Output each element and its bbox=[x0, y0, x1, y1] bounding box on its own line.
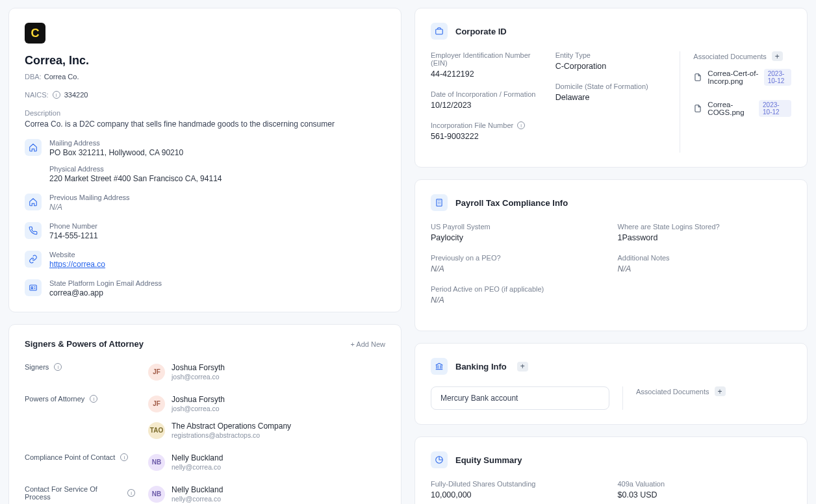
shares-label: Fully-Diluted Shares Outstanding bbox=[431, 480, 605, 488]
ein-label: Employer Identification Number (EIN) bbox=[431, 51, 542, 67]
link-icon bbox=[25, 251, 42, 268]
peo-period-label: Period Active on PEO (if applicable) bbox=[431, 285, 605, 293]
banking-title: Banking Info bbox=[455, 362, 507, 372]
physical-label: Physical Address bbox=[49, 165, 385, 173]
person-name: Nelly Buckland bbox=[172, 485, 223, 494]
dba-value: Correa Co. bbox=[44, 73, 79, 81]
add-bank-button[interactable]: + bbox=[517, 362, 528, 372]
naics-value: 334220 bbox=[64, 91, 88, 99]
phone-icon bbox=[25, 222, 42, 239]
doc-name: Correa-Cert-of-Incorp.png bbox=[708, 69, 758, 85]
domicile-value: Delaware bbox=[555, 93, 667, 102]
dba-label: DBA: bbox=[25, 73, 42, 81]
info-icon[interactable]: i bbox=[127, 489, 135, 497]
company-name: Correa, Inc. bbox=[25, 54, 385, 68]
add-new-button[interactable]: + Add New bbox=[350, 340, 385, 348]
person-item[interactable]: JFJoshua Forsythjosh@correa.co bbox=[148, 363, 385, 381]
peo-value: N/A bbox=[431, 264, 605, 273]
home-icon bbox=[25, 194, 42, 210]
ein-value: 44-4212192 bbox=[431, 69, 542, 79]
info-icon[interactable]: i bbox=[53, 91, 60, 99]
person-email: nelly@correa.co bbox=[172, 463, 223, 471]
phone-value: 714-555-1211 bbox=[49, 231, 385, 240]
avatar: NB bbox=[148, 486, 165, 503]
signers-card: Signers & Powers of Attorney + Add New S… bbox=[8, 324, 402, 504]
naics-label: NAICS: bbox=[25, 91, 49, 99]
incorp-date-value: 10/12/2023 bbox=[431, 101, 542, 110]
payroll-title: Payroll Tax Compliance Info bbox=[455, 198, 568, 208]
home-icon bbox=[25, 139, 42, 156]
person-email: nelly@correa.co bbox=[172, 495, 223, 503]
avatar: JF bbox=[148, 364, 165, 381]
bank-assoc-label: Associated Documents bbox=[636, 388, 709, 396]
bank-account-item[interactable]: Mercury Bank account bbox=[431, 386, 609, 410]
svg-rect-3 bbox=[437, 199, 442, 207]
banking-card: Banking Info + Mercury Bank account Asso… bbox=[414, 343, 808, 425]
person-item[interactable]: NBNelly Bucklandnelly@correa.co bbox=[148, 453, 385, 471]
notes-value: N/A bbox=[618, 264, 792, 273]
add-bank-doc-button[interactable]: + bbox=[715, 386, 726, 396]
signer-group-label: Contact For Service Of Processi bbox=[25, 485, 135, 501]
person-email: josh@correa.co bbox=[172, 405, 225, 412]
shares-value: 10,000,000 bbox=[431, 490, 605, 499]
domicile-label: Domicile (State of Formation) bbox=[555, 82, 667, 90]
person-name: Joshua Forsyth bbox=[172, 395, 225, 404]
avatar: NB bbox=[148, 454, 165, 471]
signer-group: Compliance Point of ContactiNBNelly Buck… bbox=[25, 453, 385, 471]
doc-date: 2023-10-12 bbox=[764, 69, 791, 86]
entity-label: Entity Type bbox=[555, 51, 667, 59]
info-icon[interactable]: i bbox=[90, 395, 97, 403]
file-no-label: Incorporation File Number i bbox=[431, 121, 542, 129]
mailing-value: PO Box 321211, Hollywood, CA 90210 bbox=[49, 148, 385, 157]
description-label: Description bbox=[25, 109, 385, 117]
prev-mailing-value: N/A bbox=[49, 203, 385, 212]
signer-group: SignersiJFJoshua Forsythjosh@correa.co bbox=[25, 363, 385, 381]
doc-name: Correa-COGS.png bbox=[708, 101, 754, 116]
person-item[interactable]: JFJoshua Forsythjosh@correa.co bbox=[148, 395, 385, 412]
bank-icon bbox=[431, 358, 448, 375]
entity-value: C-Corporation bbox=[555, 62, 667, 71]
assoc-docs-label: Associated Documents bbox=[693, 53, 767, 60]
info-icon[interactable]: i bbox=[120, 453, 128, 461]
payroll-system-value: Paylocity bbox=[431, 233, 605, 242]
person-item[interactable]: NBNelly Bucklandnelly@correa.co bbox=[148, 485, 385, 503]
409a-label: 409a Valuation bbox=[618, 480, 792, 488]
prev-mailing-label: Previous Mailing Address bbox=[49, 194, 385, 201]
corporate-id-title: Corporate ID bbox=[455, 27, 507, 36]
avatar: JF bbox=[148, 396, 165, 412]
info-icon[interactable]: i bbox=[54, 363, 62, 371]
person-email: registrations@abstractops.co bbox=[172, 431, 291, 439]
signer-group-label: Compliance Point of Contacti bbox=[25, 453, 135, 461]
doc-item[interactable]: Correa-COGS.png2023-10-12 bbox=[693, 100, 791, 117]
physical-value: 220 Market Street #400 San Francisco CA,… bbox=[49, 174, 385, 183]
svg-rect-0 bbox=[30, 285, 37, 290]
doc-date: 2023-10-12 bbox=[759, 100, 791, 117]
avatar: TAO bbox=[148, 422, 165, 439]
login-email-label: State Platform Login Email Address bbox=[49, 279, 385, 287]
person-name: Joshua Forsyth bbox=[172, 363, 225, 372]
company-card: C Correa, Inc. DBA: Correa Co. NAICS: i … bbox=[8, 8, 402, 312]
peo-period-value: N/A bbox=[431, 296, 605, 305]
company-logo: C bbox=[25, 23, 45, 44]
website-label: Website bbox=[49, 251, 385, 258]
person-item[interactable]: TAOThe Abstract Operations Companyregist… bbox=[148, 422, 385, 439]
payroll-card: Payroll Tax Compliance Info US Payroll S… bbox=[414, 179, 808, 331]
add-doc-button[interactable]: + bbox=[772, 51, 783, 61]
equity-card: Equity Summary Fully-Diluted Shares Outs… bbox=[414, 436, 808, 504]
mailing-label: Mailing Address bbox=[49, 139, 385, 147]
website-link[interactable]: https://correa.co bbox=[49, 260, 105, 269]
signers-title: Signers & Powers of Attorney bbox=[25, 339, 144, 349]
doc-item[interactable]: Correa-Cert-of-Incorp.png2023-10-12 bbox=[693, 69, 791, 86]
briefcase-icon bbox=[431, 23, 448, 40]
signer-group: Powers of AttorneyiJFJoshua Forsythjosh@… bbox=[25, 395, 385, 439]
corporate-id-card: Corporate ID Employer Identification Num… bbox=[414, 8, 808, 168]
signer-group-label: Signersi bbox=[25, 363, 135, 371]
info-icon[interactable]: i bbox=[517, 121, 525, 129]
person-name: The Abstract Operations Company bbox=[172, 422, 291, 431]
peo-label: Previously on a PEO? bbox=[431, 254, 605, 262]
description-text: Correa Co. is a D2C company that sells f… bbox=[25, 120, 385, 129]
person-name: Nelly Buckland bbox=[172, 453, 223, 462]
svg-rect-2 bbox=[436, 29, 443, 34]
logins-value: 1Password bbox=[618, 233, 792, 242]
payroll-system-label: US Payroll System bbox=[431, 223, 605, 231]
